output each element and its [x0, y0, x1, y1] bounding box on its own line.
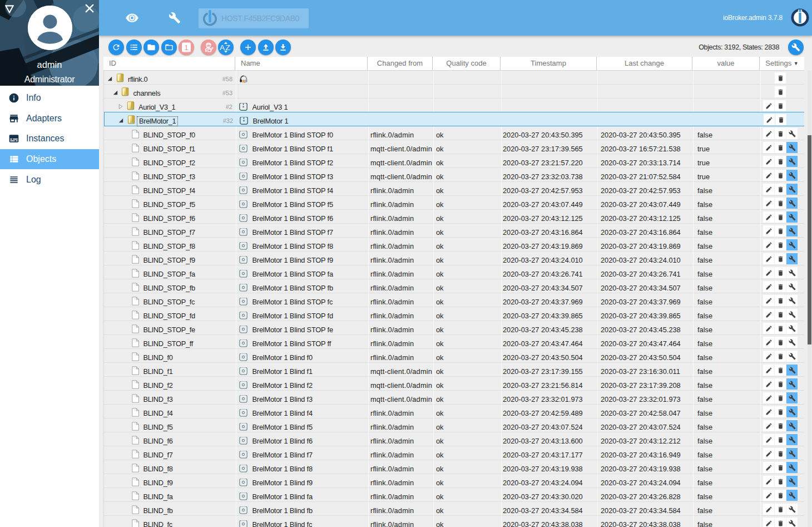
- svg-text:A: A: [220, 43, 225, 52]
- svg-text:Z: Z: [226, 43, 230, 52]
- svg-text:1: 1: [185, 44, 189, 52]
